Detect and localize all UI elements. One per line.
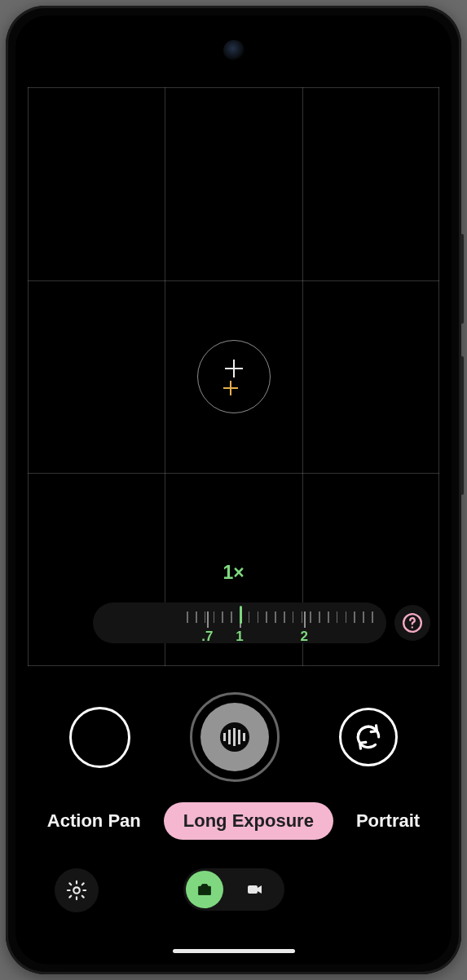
- zoom-level-label: 1×: [222, 562, 244, 584]
- grid-line: [28, 473, 439, 474]
- home-indicator[interactable]: [173, 949, 295, 953]
- bottom-controls: [15, 862, 452, 919]
- svg-point-1: [412, 626, 413, 628]
- grid-line: [438, 87, 439, 666]
- grid-line: [28, 280, 439, 281]
- zoom-mark-label: 1: [236, 629, 243, 645]
- zoom-mark-label: .7: [201, 629, 213, 645]
- grid-line: [165, 87, 165, 666]
- zoom-indicator[interactable]: [240, 606, 242, 624]
- shutter-bar: [15, 684, 452, 790]
- settings-gear-icon: [65, 879, 88, 902]
- help-button[interactable]: [394, 605, 430, 641]
- svg-point-2: [73, 887, 79, 893]
- camera-flip-button[interactable]: [339, 708, 398, 766]
- long-exposure-icon: [220, 722, 249, 752]
- grid-line: [302, 87, 303, 666]
- grid-line: [28, 87, 29, 666]
- photo-mode-toggle[interactable]: [186, 871, 223, 908]
- grid-line: [28, 665, 439, 666]
- selfie-camera-hole: [223, 40, 245, 61]
- shutter-button[interactable]: [190, 692, 280, 782]
- help-circle-icon: [402, 612, 423, 633]
- mode-tabs[interactable]: Action Pan Long Exposure Portrait: [15, 798, 452, 843]
- zoom-slider[interactable]: .712: [93, 603, 386, 643]
- shutter-inner: [200, 703, 269, 771]
- gallery-thumbnail[interactable]: [69, 707, 130, 768]
- tab-long-exposure[interactable]: Long Exposure: [164, 802, 333, 840]
- screen: 1× .712: [15, 15, 452, 965]
- tab-portrait[interactable]: Portrait: [356, 810, 420, 832]
- camera-icon: [196, 881, 214, 898]
- power-button: [460, 356, 464, 495]
- svg-rect-4: [248, 885, 258, 894]
- zoom-tick-major: [207, 611, 209, 628]
- videocam-icon: [245, 880, 265, 899]
- volume-button: [460, 234, 464, 324]
- photo-video-toggle[interactable]: [183, 868, 284, 911]
- grid-line: [28, 87, 439, 88]
- settings-button[interactable]: [55, 868, 99, 912]
- zoom-tick-major: [304, 611, 306, 628]
- svg-point-3: [201, 888, 206, 893]
- phone-frame: 1× .712: [6, 6, 461, 974]
- zoom-mark-label: 2: [300, 629, 307, 645]
- video-mode-toggle[interactable]: [226, 868, 284, 911]
- focus-indicator[interactable]: [197, 340, 271, 413]
- camera-flip-icon: [353, 722, 384, 753]
- tab-action-pan[interactable]: Action Pan: [47, 810, 141, 832]
